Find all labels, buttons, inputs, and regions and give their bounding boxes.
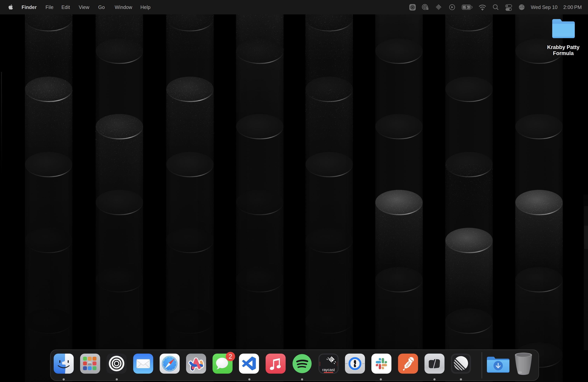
svg-text:raycast: raycast [322,368,335,372]
